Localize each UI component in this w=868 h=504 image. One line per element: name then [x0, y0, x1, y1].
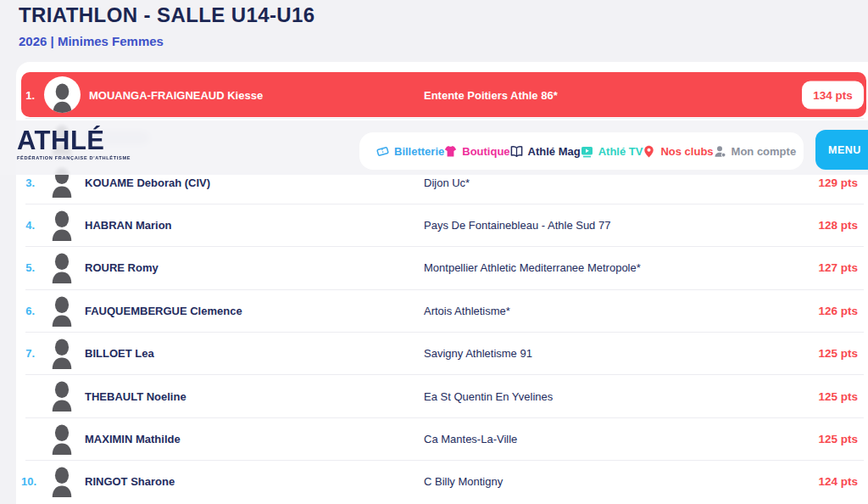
rank-label: 3. [21, 176, 35, 188]
menu-button-label: MENU [828, 144, 861, 156]
ffa-logo-caption: Fédération Française d'Athlétisme [17, 155, 131, 160]
nav-item-boutique[interactable]: Boutique [444, 145, 509, 158]
avatar [49, 209, 75, 241]
table-row[interactable]: 6. FAUQUEMBERGUE Clemence Artois Athleti… [21, 289, 868, 332]
nav-item-label: Billetterie [394, 145, 444, 158]
nav-item-billetterie[interactable]: Billetterie [376, 145, 444, 158]
rank-label: 5. [21, 261, 35, 274]
athlete-name: KOUAME Deborah (CIV) [85, 176, 210, 188]
rank-label: 7. [21, 347, 35, 360]
avatar [49, 465, 75, 497]
athlete-name: FAUQUEMBERGUE Clemence [85, 304, 242, 316]
points-badge: 125 pts [818, 389, 858, 402]
nav-item-athle-mag[interactable]: Athlé Mag [510, 145, 581, 158]
nav-item-label: Boutique [462, 145, 509, 158]
rank-label: 6. [21, 304, 35, 316]
points-badge: 124 pts [818, 475, 858, 488]
nav-item-label: Nos clubs [660, 145, 713, 158]
table-row[interactable]: 4. HABRAN Marion Pays De Fontainebleau -… [21, 204, 868, 246]
club-name: Artois Athletisme* [424, 304, 510, 316]
table-row[interactable]: 10. RINGOT Sharone C Billy Montigny 124 … [21, 460, 868, 502]
page-subtitle: 2026 | Minimes Femmes [19, 34, 164, 48]
tv-play-icon [581, 145, 593, 158]
points-badge: 129 pts [818, 176, 858, 188]
map-pin-icon [643, 145, 655, 158]
tshirt-icon [444, 145, 457, 158]
points-badge: 127 pts [818, 261, 858, 274]
table-row[interactable]: 5. ROURE Romy Montpellier Athletic Medit… [21, 246, 868, 288]
avatar [49, 379, 75, 412]
table-row[interactable]: THEBAULT Noeline Ea St Quentin En Yvelin… [21, 374, 868, 417]
avatar [49, 294, 75, 327]
club-name: Montpellier Athletic Mediterranee Metrop… [424, 261, 641, 274]
avatar [49, 337, 75, 369]
athlete-name: HABRAN Marion [85, 218, 172, 231]
points-badge: 125 pts [818, 347, 858, 360]
nav-item-mon-compte[interactable]: Mon compte [714, 145, 797, 158]
ticket-icon [376, 145, 389, 158]
rank-label: 10. [21, 475, 35, 488]
athlete-name: ROURE Romy [85, 261, 159, 274]
club-name: Entente Poitiers Athle 86* [424, 88, 558, 101]
athlete-name: THEBAULT Noeline [85, 389, 186, 402]
ffa-logo-wordmark: ATHLÉ [17, 126, 131, 154]
points-badge: 125 pts [818, 432, 858, 445]
club-name: Pays De Fontainebleau - Athle Sud 77 [424, 218, 610, 231]
rank-label: 1. [21, 88, 35, 101]
club-name: Dijon Uc* [424, 176, 470, 188]
club-name: C Billy Montigny [424, 475, 503, 488]
nav-item-label: Mon compte [732, 145, 797, 158]
user-icon [714, 145, 726, 158]
book-icon [510, 145, 523, 158]
avatar [49, 423, 75, 455]
navbar-links: Billetterie Boutique Athlé Mag Athlé TV … [359, 132, 804, 170]
club-name: Ca Mantes-La-Ville [424, 432, 517, 445]
points-badge: 128 pts [818, 218, 858, 231]
nav-item-label: Athlé Mag [528, 145, 581, 158]
athlete-name: BILLOET Lea [85, 347, 154, 360]
ffa-logo[interactable]: ATHLÉ Fédération Française d'Athlétisme [17, 127, 131, 160]
club-name: Savigny Athletisme 91 [424, 347, 532, 360]
avatar [44, 76, 81, 113]
nav-item-label: Athlé TV [598, 145, 643, 158]
page-title: TRIATHLON - SALLE U14-U16 [19, 3, 315, 27]
athlete-name: MAXIMIN Mathilde [85, 432, 181, 445]
points-badge: 126 pts [818, 304, 858, 316]
points-badge: 134 pts [802, 81, 864, 109]
table-row[interactable]: 7. BILLOET Lea Savigny Athletisme 91 125… [21, 332, 868, 374]
rank-label: 4. [21, 218, 35, 231]
menu-button[interactable]: MENU [815, 130, 868, 170]
club-name: Ea St Quentin En Yvelines [424, 389, 553, 402]
avatar [49, 251, 75, 283]
athlete-name: MOUANGA-FRAIGNEAUD Kiesse [89, 88, 263, 101]
table-row[interactable]: 1. MOUANGA-FRAIGNEAUD Kiesse Entente Poi… [21, 72, 866, 117]
nav-item-athle-tv[interactable]: Athlé TV [581, 145, 643, 158]
table-row[interactable]: MAXIMIN Mathilde Ca Mantes-La-Ville 125 … [21, 417, 868, 460]
athlete-name: RINGOT Sharone [85, 475, 175, 488]
nav-item-nos-clubs[interactable]: Nos clubs [643, 145, 713, 158]
